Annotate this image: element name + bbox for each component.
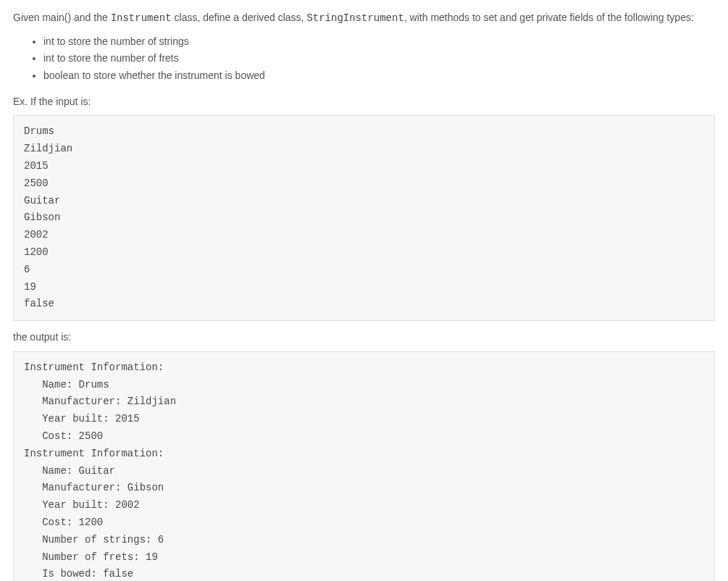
list-item: boolean to store whether the instrument … [43,68,715,84]
intro-text-suffix: , with methods to set and get private fi… [404,12,694,23]
list-item: int to store the number of strings [43,34,715,50]
output-code-block: Instrument Information: Name: Drums Manu… [13,351,715,581]
example-input-label: Ex. If the input is: [13,94,715,110]
intro-paragraph: Given main() and the Instrument class, d… [13,10,715,27]
list-item: int to store the number of frets [43,51,715,67]
problem-statement: Given main() and the Instrument class, d… [13,10,715,27]
input-code-block: Drums Zildjian 2015 2500 Guitar Gibson 2… [13,115,715,321]
example-output-label: the output is: [13,330,715,346]
intro-text-prefix: Given main() and the [13,12,111,23]
code-stringinstrument: StringInstrument [306,12,403,24]
code-instrument: Instrument [111,12,172,24]
intro-text-mid1: class, define a derived class, [172,12,307,23]
requirements-list: int to store the number of strings int t… [13,34,715,84]
